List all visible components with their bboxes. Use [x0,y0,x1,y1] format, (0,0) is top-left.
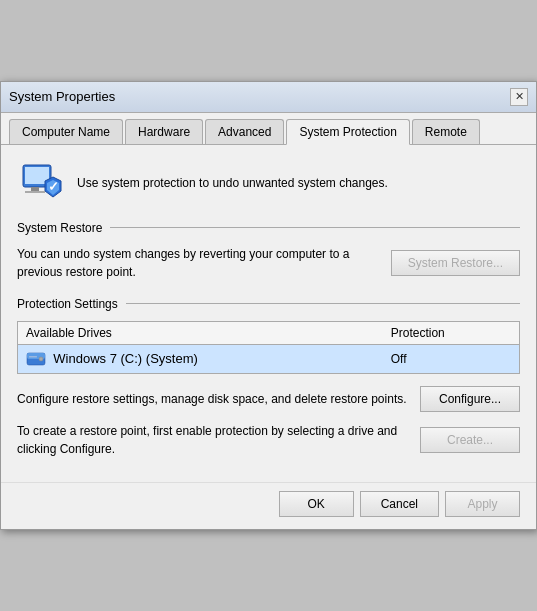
protection-settings-divider [126,303,520,304]
system-restore-button[interactable]: System Restore... [391,250,520,276]
drive-cell: Windows 7 (C:) (System) [18,344,383,374]
configure-button[interactable]: Configure... [420,386,520,412]
protection-settings-header: Protection Settings [17,297,520,311]
tab-remote[interactable]: Remote [412,119,480,144]
window-title: System Properties [9,89,115,104]
system-properties-window: System Properties ✕ Computer Name Hardwa… [0,81,537,531]
tab-content: ✓ Use system protection to undo unwanted… [1,145,536,483]
cancel-button[interactable]: Cancel [360,491,439,517]
apply-button[interactable]: Apply [445,491,520,517]
svg-rect-2 [31,187,39,191]
ok-button[interactable]: OK [279,491,354,517]
tab-bar: Computer Name Hardware Advanced System P… [1,113,536,145]
protection-settings-label: Protection Settings [17,297,118,311]
drive-name: Windows 7 (C:) (System) [53,351,197,366]
bottom-buttons: OK Cancel Apply [1,482,536,529]
tab-system-protection[interactable]: System Protection [286,119,409,145]
col-protection: Protection [383,321,520,344]
svg-text:✓: ✓ [48,179,59,194]
restore-description: You can undo system changes by reverting… [17,245,379,281]
create-row: To create a restore point, first enable … [17,422,520,458]
drives-table: Available Drives Protection [17,321,520,375]
system-restore-label: System Restore [17,221,102,235]
tab-computer-name[interactable]: Computer Name [9,119,123,144]
system-restore-divider [110,227,520,228]
system-restore-section: System Restore You can undo system chang… [17,221,520,281]
table-row[interactable]: Windows 7 (C:) (System) Off [18,344,520,374]
svg-point-9 [39,357,43,361]
tab-advanced[interactable]: Advanced [205,119,284,144]
close-button[interactable]: ✕ [510,88,528,106]
svg-rect-10 [29,356,37,358]
top-section: ✓ Use system protection to undo unwanted… [17,159,520,207]
top-description: Use system protection to undo unwanted s… [77,176,388,190]
create-description: To create a restore point, first enable … [17,422,410,458]
title-bar: System Properties ✕ [1,82,536,113]
hdd-icon [26,351,46,367]
protection-status: Off [383,344,520,374]
col-drives: Available Drives [18,321,383,344]
protection-settings-section: Protection Settings Available Drives Pro… [17,297,520,459]
svg-rect-3 [25,191,45,193]
create-button[interactable]: Create... [420,427,520,453]
restore-row: You can undo system changes by reverting… [17,245,520,281]
tab-hardware[interactable]: Hardware [125,119,203,144]
system-restore-header: System Restore [17,221,520,235]
system-protection-icon: ✓ [17,159,65,207]
configure-row: Configure restore settings, manage disk … [17,386,520,412]
configure-description: Configure restore settings, manage disk … [17,390,410,408]
